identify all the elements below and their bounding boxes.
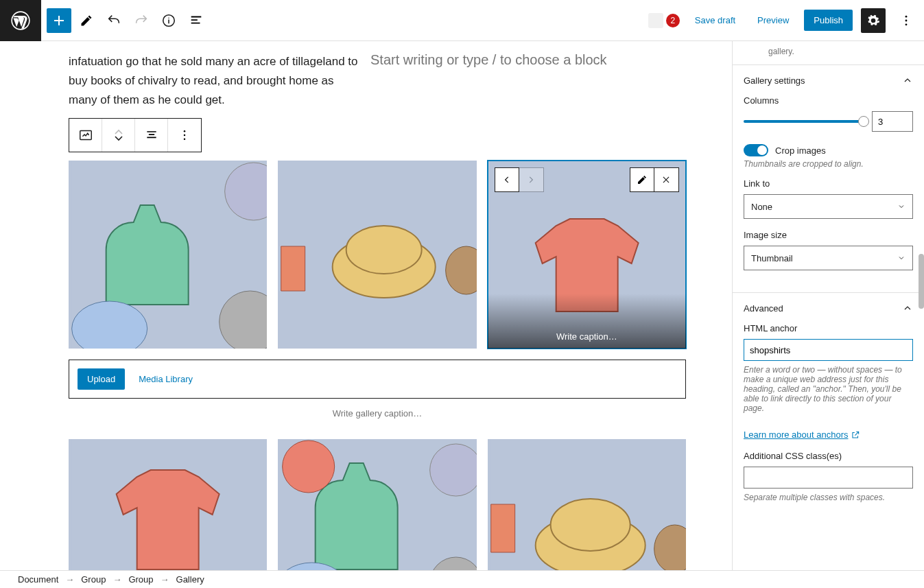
gallery-caption-input[interactable]: Write gallery caption… [69, 408, 686, 419]
gallery-settings-label: Gallery settings [744, 75, 805, 86]
svg-point-26 [550, 499, 630, 551]
badge-count: 2 [666, 14, 680, 27]
paragraph-block[interactable]: infatuation go that he sold many an acre… [69, 52, 365, 110]
css-label: Additional CSS class(es) [744, 451, 913, 461]
columns-input[interactable] [872, 111, 913, 132]
css-input[interactable] [744, 467, 913, 489]
block-toolbar [69, 118, 202, 152]
media-library-link[interactable]: Media Library [139, 374, 193, 384]
image-edit-toolbar [630, 167, 679, 192]
image-size-select[interactable]: Thumbnail [744, 246, 913, 270]
notification-badge[interactable]: 2 [648, 13, 680, 28]
breadcrumb-sep: → [161, 574, 169, 585]
chevron-up-icon [902, 75, 913, 86]
crop-toggle[interactable] [744, 144, 768, 156]
gallery-block-2 [69, 439, 686, 570]
image-caption-input[interactable]: Write caption… [488, 294, 686, 349]
align-button[interactable] [135, 119, 168, 152]
settings-button[interactable] [861, 8, 886, 33]
add-block-button[interactable] [47, 8, 71, 33]
breadcrumb-item[interactable]: Group [81, 574, 106, 585]
edit-image-button[interactable] [630, 167, 654, 192]
upload-button[interactable]: Upload [78, 368, 125, 390]
svg-point-21 [283, 440, 335, 493]
preview-button[interactable]: Preview [750, 11, 796, 30]
breadcrumb-item[interactable]: Document [18, 574, 58, 585]
svg-point-7 [184, 134, 186, 137]
save-draft-button[interactable]: Save draft [688, 11, 742, 30]
wordpress-logo[interactable] [0, 0, 41, 41]
link-to-select[interactable]: None [744, 194, 913, 219]
undo-button[interactable] [102, 8, 126, 33]
next-image-button[interactable] [519, 167, 544, 192]
block-type-button[interactable] [69, 119, 102, 152]
edit-mode-button[interactable] [74, 8, 99, 33]
remove-image-button[interactable] [654, 167, 679, 192]
link-to-label: Link to [744, 178, 913, 189]
redo-button[interactable] [129, 8, 154, 33]
gallery-image-2[interactable] [278, 161, 476, 349]
breadcrumb-item[interactable]: Group [128, 574, 153, 585]
columns-label: Columns [744, 95, 913, 106]
gallery2-image-2[interactable] [278, 439, 476, 570]
chevron-down-icon [897, 254, 905, 262]
gallery-upload-area: Upload Media Library [69, 360, 686, 399]
advanced-label: Advanced [744, 303, 783, 314]
gallery2-image-1[interactable] [69, 439, 267, 570]
css-help: Separate multiple classes with spaces. [744, 493, 913, 502]
chevron-down-icon [897, 202, 905, 211]
sidebar-scrollbar[interactable] [919, 254, 924, 309]
gallery-block: Write caption… [69, 161, 686, 349]
move-buttons[interactable] [102, 119, 135, 152]
anchor-input[interactable] [744, 339, 913, 361]
image-size-value: Thumbnail [751, 253, 793, 263]
svg-point-2 [905, 15, 908, 17]
external-icon [851, 430, 860, 440]
crop-label: Crop images [775, 145, 826, 156]
info-button[interactable] [156, 8, 181, 33]
advanced-header[interactable]: Advanced [733, 293, 924, 323]
anchor-help: Enter a word or two — without spaces — t… [744, 365, 913, 413]
chevron-up-icon [902, 303, 913, 314]
image-nav-toolbar [495, 167, 544, 192]
breadcrumb: Document → Group → Group → Gallery [0, 570, 924, 588]
learn-more-link[interactable]: Learn more about anchors [744, 430, 860, 440]
svg-point-6 [184, 130, 186, 132]
learn-more-text: Learn more about anchors [744, 430, 848, 440]
more-block-options[interactable] [168, 119, 201, 152]
gallery2-image-3[interactable] [488, 439, 686, 570]
svg-point-3 [905, 19, 908, 21]
breadcrumb-sep: → [65, 574, 74, 585]
breadcrumb-item[interactable]: Gallery [176, 574, 204, 585]
breadcrumb-sep: → [112, 574, 121, 585]
more-options-button[interactable] [894, 8, 919, 33]
publish-button[interactable]: Publish [804, 10, 853, 31]
sidebar-note: gallery. [733, 41, 924, 64]
settings-sidebar: gallery. Gallery settings Columns Crop i… [732, 41, 924, 570]
gallery-settings-header[interactable]: Gallery settings [733, 65, 924, 95]
gallery-image-1[interactable] [69, 161, 267, 349]
gallery-image-3-selected[interactable]: Write caption… [488, 161, 686, 349]
top-toolbar: 2 Save draft Preview Publish [0, 0, 924, 41]
shirt-icon [648, 13, 663, 28]
svg-point-4 [905, 23, 908, 25]
crop-help: Thumbnails are cropped to align. [744, 159, 913, 169]
svg-point-15 [346, 226, 422, 274]
prev-image-button[interactable] [495, 167, 519, 192]
columns-slider[interactable] [744, 120, 864, 123]
image-size-label: Image size [744, 230, 913, 240]
svg-point-8 [184, 139, 186, 141]
link-to-value: None [751, 202, 772, 212]
block-prompt[interactable]: Start writing or type / to choose a bloc… [370, 52, 607, 68]
outline-button[interactable] [184, 8, 209, 33]
editor-canvas[interactable]: infatuation go that he sold many an acre… [0, 41, 732, 570]
anchor-label: HTML anchor [744, 323, 913, 333]
